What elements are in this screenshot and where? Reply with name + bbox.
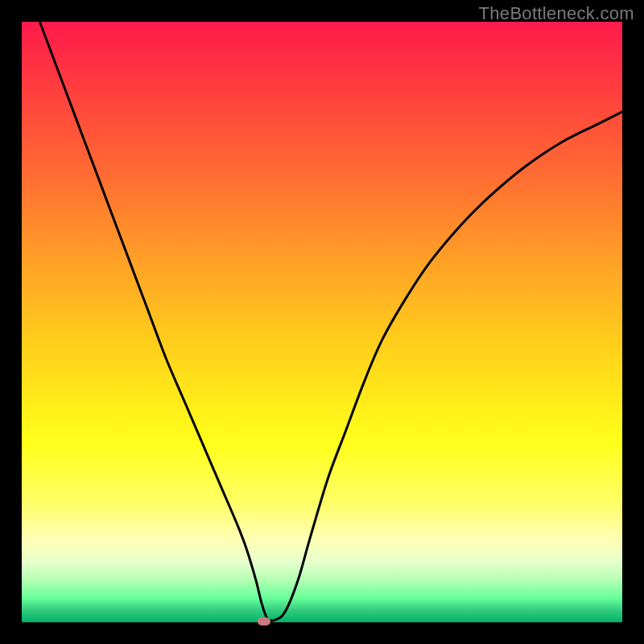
chart-frame: TheBottleneck.com [0,0,644,644]
optimum-marker [258,617,270,625]
chart-plot-area [22,22,622,622]
bottleneck-curve [22,22,622,622]
watermark-text: TheBottleneck.com [479,3,634,24]
